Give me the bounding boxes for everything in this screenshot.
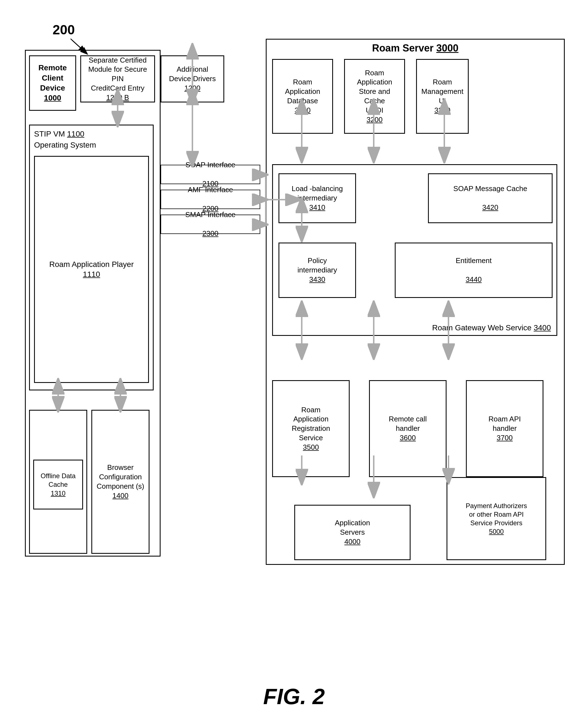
- app-servers-box: Application Servers 4000: [294, 505, 411, 560]
- roam-api-box: Roam API handler 3700: [466, 380, 543, 477]
- roam-app-player-box: Roam Application Player 1110: [34, 156, 149, 383]
- separate-certified-box: Separate Certified Module for Secure PIN…: [80, 55, 155, 102]
- load-balancing-box: Load -balancing intermediary 3410: [278, 173, 356, 223]
- smap-interface-box: SMAP Interface 2300: [161, 214, 260, 234]
- offline-data-cache-box: Offline Data Cache 1310: [33, 460, 83, 510]
- roam-mgmt-ui-box: Roam Management UI 3300: [416, 59, 469, 134]
- soap-interface-box: SOAP Interface 2100: [161, 165, 260, 184]
- roam-gateway-label: Roam Gateway Web Service 3400: [432, 324, 551, 332]
- entitlement-box: Entitlement 3440: [395, 243, 552, 298]
- remote-call-box: Remote call handler 3600: [369, 380, 446, 477]
- diagram-container: 200 Remote Client Device 1000 Separate C…: [17, 17, 570, 626]
- roam-app-reg-box: Roam Application Registration Service 35…: [272, 380, 350, 477]
- soap-cache-box: SOAP Message Cache 3420: [428, 173, 552, 223]
- amf-interface-box: AMF Interface 2200: [161, 190, 260, 209]
- payment-auth-box: Payment Authorizers or other Roam API Se…: [446, 477, 546, 560]
- roam-gateway-box: Roam Gateway Web Service 3400 Load -bala…: [272, 164, 557, 336]
- offline-cache-box: Offline Application Cache 1300 Offline D…: [29, 410, 87, 554]
- additional-drivers-box: Additional Device Drivers 1200: [161, 55, 224, 102]
- stip-vm-label: STIP VM 1100: [34, 130, 84, 139]
- label-200: 200: [52, 22, 75, 37]
- fig-label: FIG. 2: [263, 684, 325, 709]
- roam-server-box: Roam Server 3000 Roam Application Databa…: [266, 39, 565, 565]
- roam-server-label: Roam Server 3000: [372, 42, 458, 54]
- roam-app-db-box: Roam Application Database 3100: [272, 59, 333, 134]
- policy-intermediary-box: Policy intermediary 3430: [278, 243, 356, 298]
- stip-vm-box: STIP VM 1100 Operating System Roam Appli…: [29, 125, 154, 390]
- roam-app-store-box: Roam Application Store and Cache UDDI 32…: [344, 59, 405, 134]
- browser-config-box: Browser Configuration Component (s) 1400: [91, 410, 149, 554]
- remote-client-device-box: Remote Client Device 1000: [29, 55, 76, 111]
- stip-vm-os-label: Operating System: [34, 141, 96, 149]
